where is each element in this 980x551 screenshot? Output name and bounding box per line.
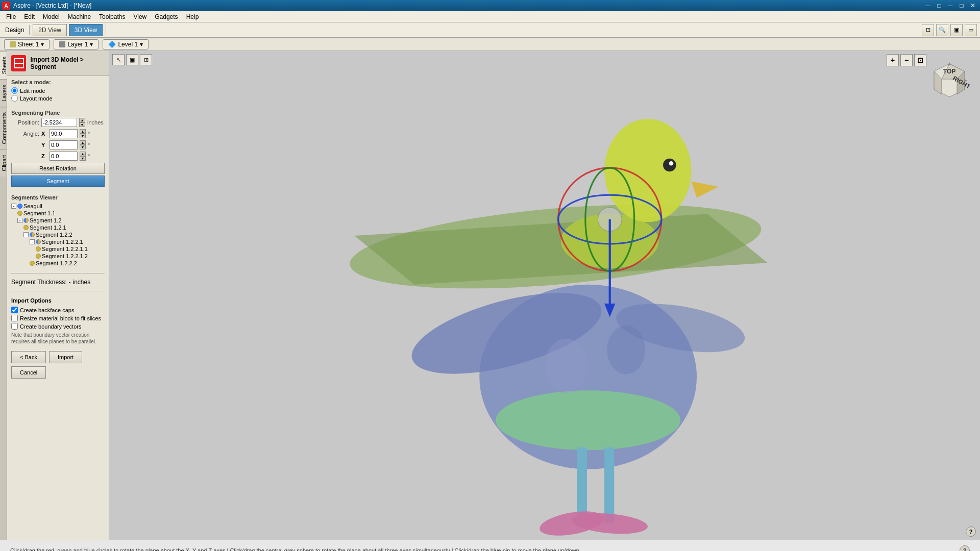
tab-layers[interactable]: Layers — [0, 79, 7, 107]
angle-z-spin: ▲ ▼ — [80, 152, 86, 161]
menu-machine[interactable]: Machine — [64, 12, 95, 21]
tree-item-s1.2[interactable]: - Segment 1.2 — [17, 217, 105, 224]
hint-help-button[interactable]: ? — [960, 545, 970, 552]
position-spin-down[interactable]: ▼ — [79, 122, 85, 127]
angle-y-spin-up[interactable]: ▲ — [80, 140, 86, 145]
tree-item-s1.2.2[interactable]: - Segment 1.2.2 — [23, 231, 105, 238]
angle-y-input[interactable] — [50, 140, 78, 149]
menu-view[interactable]: View — [129, 12, 151, 21]
tree-item-s1.2.2.1.1[interactable]: Segment 1.2.2.1.1 — [36, 245, 105, 253]
angle-z-spin-down[interactable]: ▼ — [80, 156, 86, 161]
titlebar-controls[interactable]: ─ □ ─ □ ✕ — [923, 1, 978, 10]
cancel-button[interactable]: Cancel — [11, 366, 46, 379]
zoom-fit-viewport-btn[interactable]: ⊡ — [914, 54, 926, 66]
maximize-btn[interactable]: □ — [957, 1, 967, 10]
tree-toggle-s1.2[interactable]: - — [17, 218, 22, 223]
tree-circle-s1.2.2.1 — [36, 239, 41, 244]
resize-material-checkbox[interactable] — [11, 315, 18, 321]
zoom-in-btn[interactable]: 🔍 — [936, 24, 948, 36]
panel-divider-1 — [11, 273, 105, 273]
import-options-section: Import Options Create backface caps Resi… — [7, 294, 109, 348]
vp-icon-cursor[interactable]: ↖ — [112, 54, 125, 65]
create-backface-checkbox[interactable] — [11, 307, 18, 313]
angle-y-spin: ▲ ▼ — [80, 140, 86, 149]
zoom-in-viewport-btn[interactable]: + — [887, 54, 899, 66]
minimize-btn[interactable]: ─ — [945, 1, 955, 10]
tree-item-seagull[interactable]: - Seagull — [11, 203, 105, 210]
position-input[interactable] — [41, 118, 77, 127]
reset-rotation-button[interactable]: Reset Rotation — [11, 163, 105, 174]
view-2d-button[interactable]: 2D View — [33, 24, 66, 36]
layer-label: Layer 1 — [67, 41, 88, 48]
app-restore-max-btn[interactable]: □ — [934, 1, 944, 10]
zoom-out-viewport-btn[interactable]: − — [900, 54, 913, 66]
frame-btn[interactable]: ▭ — [965, 24, 977, 36]
level-pill[interactable]: 🔷 Level 1 ▾ — [103, 39, 149, 49]
segmenting-plane-label: Segmenting Plane — [11, 110, 105, 116]
layer-icon — [59, 41, 65, 47]
import-button[interactable]: Import — [49, 351, 82, 363]
segment-button[interactable]: Segment — [11, 176, 105, 187]
panel-icon — [11, 55, 26, 71]
view-3d-button[interactable]: 3D View — [69, 24, 103, 36]
toggle-view-btn[interactable]: ▣ — [950, 24, 963, 36]
menu-help[interactable]: Help — [182, 12, 203, 21]
edit-mode-radio[interactable] — [11, 87, 18, 94]
titlebar-title: Aspire - [Vectric Ltd] - [*New] — [13, 2, 91, 9]
tree-toggle-s1.2.2[interactable]: - — [23, 232, 29, 237]
tab-clipart[interactable]: Clipart — [0, 149, 7, 177]
position-spin-up[interactable]: ▲ — [79, 118, 85, 122]
menu-model[interactable]: Model — [39, 12, 64, 21]
angle-x-input[interactable] — [50, 129, 78, 138]
tree-item-s1.2.2.1[interactable]: - Segment 1.2.2.1 — [30, 238, 105, 245]
angle-z-row: Z ▲ ▼ ° — [11, 152, 105, 161]
zoom-extents-btn[interactable]: ⊡ — [922, 24, 934, 36]
resize-material-row: Resize material block to fit slices — [11, 315, 105, 321]
tree-item-s1.1[interactable]: Segment 1.1 — [17, 210, 105, 217]
help-button[interactable]: ? — [966, 527, 976, 537]
tab-sheets[interactable]: Sheets — [0, 51, 7, 79]
back-button[interactable]: < Back — [11, 351, 46, 363]
thickness-row: Segment Thickness: - inches — [7, 277, 109, 288]
tree-item-s1.2.1[interactable]: Segment 1.2.1 — [23, 224, 105, 231]
menu-toolpaths[interactable]: Toolpaths — [95, 12, 129, 21]
tree-indent-s1.2.2.2: Segment 1.2.2.2 — [30, 260, 105, 267]
layer-dropdown-icon[interactable]: ▾ — [90, 41, 93, 48]
vp-icon-split[interactable]: ⊞ — [140, 54, 152, 65]
design-label: Design — [3, 27, 26, 34]
left-panel: Import 3D Model > Segment Select a mode:… — [7, 51, 109, 540]
angle-z-input[interactable] — [50, 152, 78, 161]
layout-mode-label: Layout mode — [20, 95, 53, 102]
sheet-pill[interactable]: Sheet 1 ▾ — [4, 39, 50, 49]
angle-z-spin-up[interactable]: ▲ — [80, 152, 86, 156]
menubar: File Edit Model Machine Toolpaths View G… — [0, 11, 980, 22]
layer-pill[interactable]: Layer 1 ▾ — [54, 39, 99, 49]
menu-gadgets[interactable]: Gadgets — [151, 12, 182, 21]
angle-y-spin-down[interactable]: ▼ — [80, 145, 86, 149]
segments-viewer-label: Segments Viewer — [11, 194, 105, 201]
tree-toggle-seagull[interactable]: - — [11, 204, 16, 209]
tab-components[interactable]: Components — [0, 107, 7, 149]
level-dropdown-icon[interactable]: ▾ — [140, 41, 143, 48]
left-tabs: Sheets Layers Components Clipart — [0, 51, 7, 540]
angle-x-spin-up[interactable]: ▲ — [80, 129, 86, 134]
svg-point-17 — [663, 159, 676, 172]
position-unit: inches — [87, 119, 104, 126]
close-btn[interactable]: ✕ — [968, 1, 978, 10]
tree-indent-s1.2.2.1.1: Segment 1.2.2.1.1 Segment 1.2.2.1.2 — [36, 245, 105, 260]
tree-item-s1.2.2.2[interactable]: Segment 1.2.2.2 — [30, 260, 105, 267]
tree-label-s1.2.2.1.1: Segment 1.2.2.1.1 — [42, 246, 88, 252]
menu-edit[interactable]: Edit — [20, 12, 39, 21]
menu-file[interactable]: File — [2, 12, 20, 21]
tree-item-s1.2.2.1.2[interactable]: Segment 1.2.2.1.2 — [36, 253, 105, 260]
app-restore-min-btn[interactable]: ─ — [923, 1, 933, 10]
create-boundary-checkbox[interactable] — [11, 323, 18, 330]
tree-circle-s1.2.2.1.1 — [36, 246, 41, 252]
angle-x-spin-down[interactable]: ▼ — [80, 134, 86, 138]
tree-toggle-s1.2.2.1[interactable]: - — [30, 239, 35, 244]
sheet-dropdown-icon[interactable]: ▾ — [41, 41, 44, 48]
layout-mode-radio[interactable] — [11, 95, 18, 102]
vp-icon-box[interactable]: ▣ — [126, 54, 138, 65]
segmenting-plane-section: Segmenting Plane Position: ▲ ▼ inches An… — [7, 107, 109, 191]
3d-scene-svg — [109, 51, 980, 540]
